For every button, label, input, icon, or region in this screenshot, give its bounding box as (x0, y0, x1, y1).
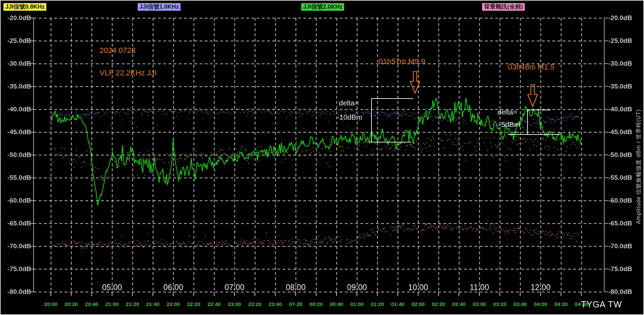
legend-chip-jji-0-8khz: JJI信號0.8KHz (3, 3, 46, 11)
x-tick-label-ut: 04:20 (554, 301, 568, 307)
y-tick-label-right: -20.0dB (608, 14, 632, 22)
y-tick-label-right: -70.0dB (608, 242, 632, 250)
y-tick-label-left: -45.0dB (1, 128, 31, 136)
x-tick-label-local: 10:00 (408, 283, 428, 292)
x-tick-label-ut: 22:20 (187, 301, 200, 307)
x-tick-label-ut: 22:00 (167, 301, 180, 307)
y-tick-label-right: -75.0dB (608, 265, 632, 273)
x-tick-label-ut: 00:20 (310, 301, 323, 307)
x-tick-label-ut: 03:40 (514, 301, 527, 307)
y-tick-label-left: -80.0dB (1, 288, 31, 296)
x-tick-label-ut: 03:20 (493, 301, 506, 307)
x-tick-label-local: 06:00 (163, 283, 183, 292)
x-tick-label-ut: 02:40 (452, 301, 466, 307)
x-tick-label-local: 11:00 (470, 283, 489, 292)
x-tick-label-ut: 02:20 (432, 301, 445, 307)
y-tick-label-left: -30.0dB (1, 60, 31, 67)
x-tick-label-ut: 01:40 (391, 301, 404, 307)
y-tick-label-left: -55.0dB (1, 174, 31, 182)
x-tick-label-ut: 22:40 (208, 301, 221, 307)
x-tick-label-ut: 04:40 (575, 301, 588, 307)
y-axis-title: Amplitude 信號振幅強度 dBm / 世界時(UT) (635, 109, 643, 224)
y-tick-label-right: -65.0dB (608, 220, 632, 227)
y-tick-label-right: -60.0dB (608, 197, 632, 204)
y-tick-label-right: -45.0dB (608, 128, 632, 136)
y-tick-label-left: -75.0dB (1, 265, 31, 273)
delta2-value: -5dBm (499, 120, 520, 129)
signal-annotation: VLF 22.2KHz JJI (100, 68, 157, 77)
x-tick-label-ut: 21:20 (126, 301, 139, 307)
y-tick-label-left: -35.0dB (1, 83, 31, 90)
delta2-label-line1: delta= (497, 108, 517, 116)
x-tick-label-ut: 07-28 (289, 301, 302, 307)
legend-chip-background-noise: 背景雜訊(全頻) (482, 3, 525, 11)
x-tick-label-local: 09:00 (347, 283, 367, 292)
y-tick-label-right: -30.0dB (608, 60, 632, 67)
y-tick-label-left: -20.0dB (1, 14, 31, 22)
delta1-value: -10dBm (337, 113, 362, 121)
x-tick-label-ut: 23:40 (269, 301, 282, 307)
x-tick-label-ut: 20:40 (85, 301, 98, 307)
event1-label: 01h57m M9.9 (379, 57, 425, 66)
vlf-monitor-screen: JJI信號0.8KHz JJI信號1.0KHz JJI信號2.0KHz 背景雜訊… (0, 0, 644, 315)
x-tick-label-ut: 20:00 (44, 301, 57, 307)
y-tick-label-left: -25.0dB (1, 37, 31, 45)
date-annotation: 2024 0728 (100, 46, 136, 55)
y-tick-label-right: -55.0dB (608, 174, 632, 182)
chart-canvas (1, 1, 644, 315)
x-tick-label-ut: 23:00 (228, 301, 241, 307)
x-tick-label-ut: 02:00 (412, 301, 425, 307)
y-tick-label-left: -40.0dB (1, 105, 31, 113)
y-tick-label-right: -35.0dB (608, 83, 632, 90)
legend-chip-jji-1-0khz: JJI信號1.0KHz (138, 3, 181, 11)
x-tick-label-local: 05:00 (102, 283, 122, 292)
x-tick-label-ut: 01:20 (371, 301, 384, 307)
y-tick-label-right: -25.0dB (608, 37, 632, 45)
y-tick-label-right: -40.0dB (608, 105, 632, 113)
x-tick-label-local: 12:00 (531, 283, 551, 292)
y-tick-label-left: -70.0dB (1, 242, 31, 250)
x-tick-label-ut: 21:00 (105, 301, 119, 307)
y-tick-label-right: -50.0dB (608, 151, 632, 159)
event2-label: 03h48m M1.5 (508, 63, 555, 72)
x-tick-label-local: 07:00 (224, 283, 245, 292)
y-tick-label-left: -50.0dB (1, 151, 31, 159)
x-tick-label-ut: 04:00 (534, 301, 547, 307)
y-tick-label-right: -80.0dB (608, 288, 632, 296)
x-tick-label-ut: 01:00 (350, 301, 364, 307)
x-tick-label-ut: 23:20 (248, 301, 261, 307)
y-tick-label-left: -65.0dB (1, 220, 31, 227)
x-tick-label-ut: 00:40 (330, 301, 343, 307)
y-tick-label-left: -60.0dB (1, 197, 31, 204)
x-tick-label-ut: 03:00 (473, 301, 486, 307)
x-tick-label-local: 08:00 (286, 283, 306, 292)
x-tick-label-ut: 21:40 (146, 301, 159, 307)
delta1-label-line1: delta= (339, 99, 359, 107)
x-tick-label-ut: 20:20 (65, 301, 78, 307)
legend-chip-jji-2-0khz: JJI信號2.0KHz (301, 3, 344, 11)
